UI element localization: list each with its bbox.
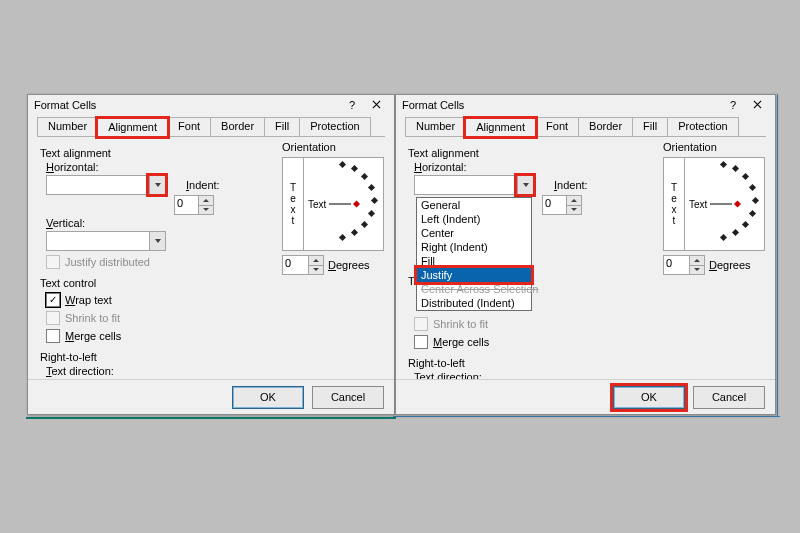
horizontal-dropdown-button[interactable] xyxy=(517,176,533,194)
tab-body: Text alignment Horizontal: Indent: 0 Ver… xyxy=(28,137,394,399)
horizontal-combo[interactable] xyxy=(414,175,534,195)
ok-button[interactable]: OK xyxy=(613,386,685,409)
ok-button[interactable]: OK xyxy=(232,386,304,409)
tab-border[interactable]: Border xyxy=(210,117,265,136)
text-control-partial: T xyxy=(408,275,415,287)
tab-fill[interactable]: Fill xyxy=(632,117,668,136)
shrink-to-fit-checkbox: Shrink to fit xyxy=(408,317,763,331)
tab-font[interactable]: Font xyxy=(167,117,211,136)
indent-label: Indent: xyxy=(554,179,588,191)
vertical-dropdown-button[interactable] xyxy=(149,232,165,250)
orientation-degree-spinner[interactable]: 0 xyxy=(663,255,705,275)
orientation-widget[interactable]: Text Text xyxy=(663,157,765,251)
tab-font[interactable]: Font xyxy=(535,117,579,136)
tab-strip: Number Alignment Font Border Fill Protec… xyxy=(405,117,766,137)
orientation-label: Orientation xyxy=(663,141,763,153)
titlebar: Format Cells ? xyxy=(396,95,775,115)
horizontal-dropdown-list[interactable]: General Left (Indent) Center Right (Inde… xyxy=(416,197,532,311)
tab-body: Text alignment Horizontal: Indent: 0 Gen… xyxy=(396,137,775,405)
indent-down[interactable] xyxy=(199,206,213,215)
tab-protection[interactable]: Protection xyxy=(299,117,371,136)
horizontal-label: Horizontal: xyxy=(40,161,106,173)
option-general[interactable]: General xyxy=(417,198,531,212)
orientation-widget[interactable]: Text Text xyxy=(282,157,384,251)
option-justify[interactable]: Justify xyxy=(417,268,531,282)
help-button[interactable]: ? xyxy=(721,95,745,115)
option-left-indent[interactable]: Left (Indent) xyxy=(417,212,531,226)
indent-spinner[interactable]: 0 xyxy=(174,195,214,215)
rtl-label: Right-to-left xyxy=(40,351,382,363)
close-button[interactable] xyxy=(364,95,388,115)
tab-alignment[interactable]: Alignment xyxy=(97,118,168,137)
orientation-group: Orientation Text Text xyxy=(663,141,763,275)
orientation-vertical-text[interactable]: Text xyxy=(283,158,304,250)
indent-up[interactable] xyxy=(199,196,213,206)
cancel-button[interactable]: Cancel xyxy=(312,386,384,409)
option-fill[interactable]: Fill xyxy=(417,254,531,268)
degrees-label: Degrees xyxy=(328,259,370,271)
tab-fill[interactable]: Fill xyxy=(264,117,300,136)
option-distributed[interactable]: Distributed (Indent) xyxy=(417,296,531,310)
help-button[interactable]: ? xyxy=(340,95,364,115)
orientation-arc[interactable]: Text xyxy=(304,158,383,250)
format-cells-dialog-2: Format Cells ? Number Alignment Font Bor… xyxy=(395,94,776,415)
option-center[interactable]: Center xyxy=(417,226,531,240)
tab-number[interactable]: Number xyxy=(37,117,98,136)
orientation-vertical-text[interactable]: Text xyxy=(664,158,685,250)
dialog-title: Format Cells xyxy=(402,95,721,115)
tab-strip: Number Alignment Font Border Fill Protec… xyxy=(37,117,385,137)
text-direction-label: Text direction: xyxy=(40,365,382,377)
shrink-to-fit-checkbox: Shrink to fit xyxy=(40,311,382,325)
tab-number[interactable]: Number xyxy=(405,117,466,136)
orientation-group: Orientation Text Text xyxy=(282,141,382,275)
wrap-text-checkbox[interactable]: Wrap text xyxy=(40,293,382,307)
orientation-arc[interactable]: Text xyxy=(685,158,764,250)
orientation-label: Orientation xyxy=(282,141,382,153)
horizontal-dropdown-button[interactable] xyxy=(149,176,165,194)
merge-cells-checkbox[interactable]: Merge cells xyxy=(408,335,763,349)
tab-border[interactable]: Border xyxy=(578,117,633,136)
vertical-label: Vertical: xyxy=(40,217,106,229)
indent-spinner[interactable]: 0 xyxy=(542,195,582,215)
orientation-degree-spinner[interactable]: 0 xyxy=(282,255,324,275)
vertical-combo[interactable] xyxy=(46,231,166,251)
close-button[interactable] xyxy=(745,95,769,115)
format-cells-dialog-1: Format Cells ? Number Alignment Font Bor… xyxy=(27,94,395,415)
text-control-label: Text control xyxy=(40,277,382,289)
indent-label: Indent: xyxy=(186,179,220,191)
dialog-footer: OK Cancel xyxy=(396,379,775,414)
dialog-footer: OK Cancel xyxy=(28,379,394,414)
tab-alignment[interactable]: Alignment xyxy=(465,118,536,137)
rtl-label: Right-to-left xyxy=(408,357,763,369)
option-center-across[interactable]: Center Across Selection xyxy=(417,282,531,296)
titlebar: Format Cells ? xyxy=(28,95,394,115)
dialog-title: Format Cells xyxy=(34,95,340,115)
degrees-label: Degrees xyxy=(709,259,751,271)
horizontal-label: Horizontal: xyxy=(408,161,474,173)
cancel-button[interactable]: Cancel xyxy=(693,386,765,409)
horizontal-combo[interactable] xyxy=(46,175,166,195)
merge-cells-checkbox[interactable]: Merge cells xyxy=(40,329,382,343)
option-right-indent[interactable]: Right (Indent) xyxy=(417,240,531,254)
tab-protection[interactable]: Protection xyxy=(667,117,739,136)
